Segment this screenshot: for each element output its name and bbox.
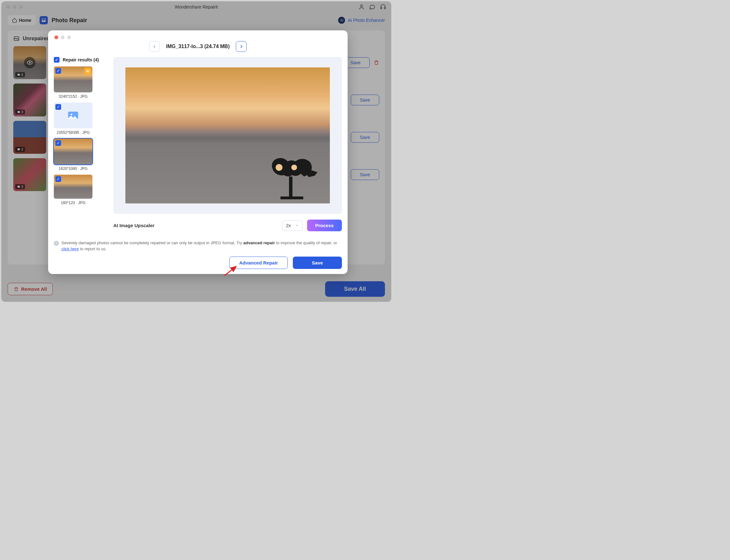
upscaler-title: AI Image Upscaler [113,223,154,228]
process-button[interactable]: Process [307,220,342,231]
info-icon: i [54,241,59,246]
result-checkbox[interactable]: ✓ [55,140,61,146]
svg-point-13 [276,164,283,171]
results-column: ✓ Repair results (4) ✓ AI 3240*2152 · JP… [54,57,108,234]
preview-modal: IMG_3117-lo...3 (24.74 MB) ✓ Repair resu… [48,30,347,274]
result-label: 3240*2152 · JPG [54,94,92,99]
result-thumbnail: ✓ [54,103,92,128]
app-window: Wondershare Repairit Home Photo Repair A… [1,1,391,302]
result-item[interactable]: ✓ 160*120 · JPG [54,175,108,205]
close-button[interactable] [54,35,58,39]
result-item[interactable]: ✓ 23552*59395 · JPG [54,103,108,135]
prev-button[interactable] [149,41,160,52]
result-label: 1620*1080 · JPG [54,166,92,171]
result-thumbnail-selected: ✓ [54,139,92,165]
file-name: IMG_3117-lo...3 (24.74 MB) [166,44,230,49]
modal-body: ✓ Repair results (4) ✓ AI 3240*2152 · JP… [54,57,342,234]
result-thumbnail: ✓ AI [54,66,92,92]
result-item[interactable]: ✓ 1620*1080 · JPG [54,139,108,171]
ai-badge: AI [84,68,91,75]
sculpture-silhouette [263,153,320,200]
preview-image [125,67,330,203]
chevron-down-icon [295,224,298,227]
preview-column: AI Image Upscaler 2x Process [113,57,342,234]
result-checkbox[interactable]: ✓ [55,176,61,182]
preview-box [113,57,342,214]
modal-titlebar: IMG_3117-lo...3 (24.74 MB) [54,41,342,52]
modal-actions: Advanced Repair Save [54,257,342,269]
info-note: i Severely damaged photos cannot be comp… [54,240,342,252]
svg-point-10 [71,114,72,115]
minimize-button [61,35,65,39]
advanced-repair-button[interactable]: Advanced Repair [229,257,288,269]
result-thumbnail: ✓ [54,175,92,199]
modal-traffic-lights [54,35,342,42]
results-heading: ✓ Repair results (4) [54,57,108,63]
image-placeholder-icon [66,109,80,122]
zoom-button [67,35,71,39]
upscaler-row: AI Image Upscaler 2x Process [113,220,342,231]
info-text: Severely damaged photos cannot be comple… [61,240,342,252]
result-checkbox[interactable]: ✓ [55,104,61,110]
svg-point-14 [291,165,297,170]
svg-rect-11 [289,177,292,199]
report-link[interactable]: click here [61,246,79,251]
results-checkbox[interactable]: ✓ [54,57,59,63]
result-item[interactable]: ✓ AI 3240*2152 · JPG [54,66,108,99]
result-label: 160*120 · JPG [54,201,92,205]
results-heading-text: Repair results (4) [63,57,99,62]
result-checkbox[interactable]: ✓ [55,68,61,74]
upscaler-select[interactable]: 2x [282,220,302,231]
next-button[interactable] [236,41,246,52]
save-button-modal[interactable]: Save [293,257,342,269]
svg-rect-12 [280,196,303,199]
result-label: 23552*59395 · JPG [54,130,92,135]
upscaler-value: 2x [286,223,291,228]
